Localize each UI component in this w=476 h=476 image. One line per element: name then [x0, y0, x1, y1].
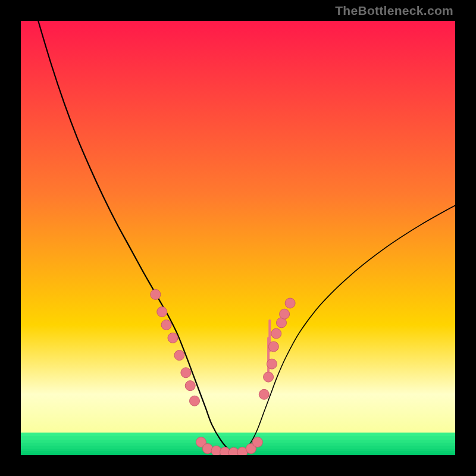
plot-area: [21, 21, 455, 455]
attribution-label: TheBottleneck.com: [335, 4, 453, 18]
data-dot: [190, 396, 200, 406]
data-dot: [211, 446, 221, 455]
data-dot: [267, 359, 277, 369]
data-dot: [168, 333, 178, 343]
data-dot: [174, 350, 184, 361]
data-dot: [271, 328, 281, 339]
data-dot: [161, 320, 171, 330]
data-dot: [259, 389, 269, 399]
data-dot: [181, 368, 191, 378]
data-dot: [252, 437, 262, 447]
data-dot: [268, 342, 278, 352]
data-dot: [285, 298, 295, 308]
curve-left-branch: [38, 21, 238, 453]
data-dot: [157, 307, 167, 317]
data-dot: [185, 381, 195, 391]
data-dot: [151, 289, 161, 299]
data-dot: [280, 309, 290, 319]
data-dots: [151, 289, 295, 455]
chart-stage: TheBottleneck.com: [0, 0, 476, 476]
curve-layer: [21, 21, 455, 455]
data-dot: [264, 372, 274, 382]
